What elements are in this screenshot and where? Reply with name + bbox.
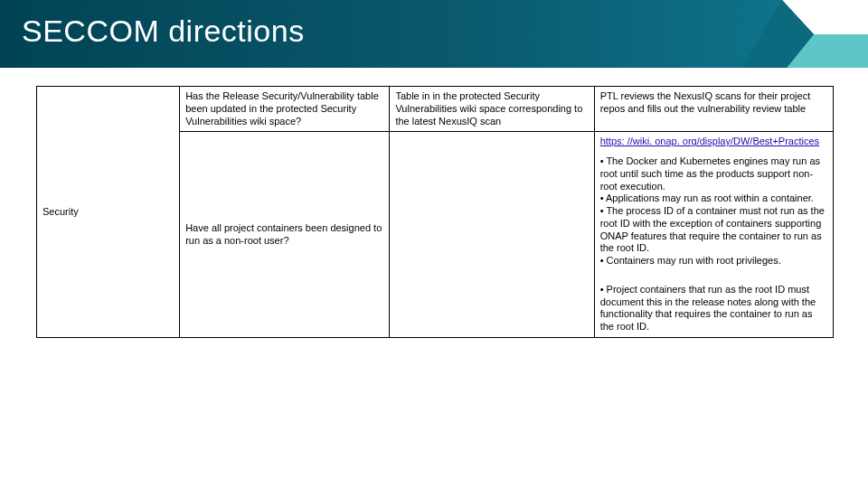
note-bullet: • The Docker and Kubernetes engines may … [600,155,827,192]
content-table-wrap: Security Has the Release Security/Vulner… [36,86,834,338]
note-bullet: • The process ID of a container must not… [600,205,827,255]
header-decoration [705,0,868,68]
slide-title: SECCOM directions [22,14,305,49]
note-text: PTL reviews the NexusIQ scans for their … [600,90,827,116]
note-bullet: • Applications may run as root within a … [600,192,827,205]
slide-header: SECCOM directions [0,0,868,68]
best-practices-link[interactable]: https: //wiki. onap. org/display/DW/Best… [600,136,819,146]
table-row: Security Has the Release Security/Vulner… [37,87,834,132]
note-spacer [600,275,827,284]
question-cell: Have all project containers been designe… [180,132,390,338]
notes-cell: https: //wiki. onap. org/display/DW/Best… [594,132,833,338]
content-table: Security Has the Release Security/Vulner… [36,86,834,338]
explanation-cell [390,132,594,338]
note-bullet: • Project containers that run as the roo… [600,284,827,333]
explanation-cell: Table in in the protected Security Vulne… [390,87,594,132]
notes-cell: PTL reviews the NexusIQ scans for their … [594,87,833,132]
row-category: Security [37,87,180,338]
note-bullet: • Containers may run with root privilege… [600,255,827,267]
question-cell: Has the Release Security/Vulnerability t… [180,87,390,132]
